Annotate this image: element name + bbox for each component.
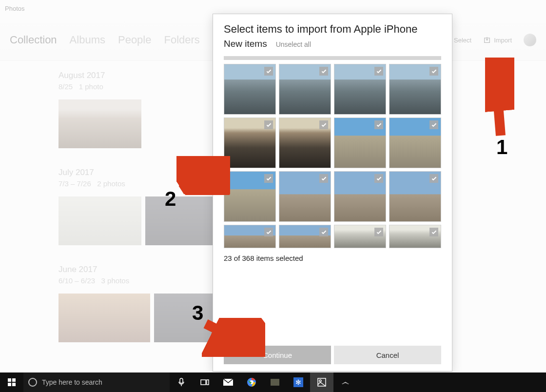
app-icon-1[interactable] <box>263 372 287 392</box>
import-thumb[interactable] <box>389 64 441 115</box>
import-thumb[interactable] <box>389 118 441 168</box>
checkbox-icon[interactable] <box>429 120 438 129</box>
import-thumb[interactable] <box>334 118 386 168</box>
taskbar: Type here to search ✻ ෴ <box>0 372 546 392</box>
mail-app[interactable] <box>216 372 240 392</box>
taskview-icon <box>200 379 209 386</box>
checkbox-icon[interactable] <box>264 120 273 129</box>
cancel-button[interactable]: Cancel <box>334 346 441 364</box>
app-icon-3[interactable]: ෴ <box>333 372 357 392</box>
annotation-arrow-1 <box>485 58 514 140</box>
annotation-number-1: 1 <box>496 136 507 159</box>
generic-icon <box>271 379 279 386</box>
svg-rect-8 <box>12 378 16 382</box>
import-thumb[interactable] <box>389 171 441 222</box>
import-thumb[interactable] <box>279 171 331 222</box>
mic-icon <box>178 378 185 387</box>
checkbox-icon[interactable] <box>429 228 438 236</box>
import-thumb[interactable] <box>224 118 276 168</box>
svg-rect-7 <box>8 378 11 382</box>
new-items-label: New items <box>224 39 267 49</box>
dialog-subheader: New items Unselect all <box>224 39 441 49</box>
annotation-number-3: 3 <box>192 301 203 325</box>
import-thumb[interactable] <box>224 64 276 115</box>
svg-rect-9 <box>8 383 11 386</box>
annotation-number-2: 2 <box>165 187 176 211</box>
checkbox-icon[interactable] <box>374 228 383 236</box>
checkbox-icon[interactable] <box>264 174 273 183</box>
svg-line-6 <box>206 324 258 350</box>
checkbox-icon[interactable] <box>319 174 328 183</box>
import-thumb[interactable] <box>389 225 441 248</box>
checkbox-icon[interactable] <box>264 228 273 236</box>
svg-rect-11 <box>180 378 183 383</box>
cortana-icon <box>28 378 37 387</box>
svg-rect-12 <box>201 380 206 385</box>
checkbox-icon[interactable] <box>374 120 383 129</box>
annotation-arrow-2 <box>176 156 230 195</box>
photos-icon <box>317 378 326 387</box>
svg-rect-10 <box>12 383 16 386</box>
checkbox-icon[interactable] <box>374 67 383 76</box>
taskbar-search[interactable]: Type here to search <box>23 372 170 392</box>
checkbox-icon[interactable] <box>429 174 438 183</box>
search-placeholder: Type here to search <box>42 378 102 386</box>
import-thumb[interactable] <box>334 64 386 115</box>
checkbox-icon[interactable] <box>264 67 273 76</box>
checkbox-icon[interactable] <box>319 228 328 236</box>
checkbox-icon[interactable] <box>374 174 383 183</box>
annotation-arrow-3 <box>202 318 265 357</box>
svg-rect-13 <box>207 380 209 385</box>
import-thumb[interactable] <box>334 171 386 222</box>
mail-icon <box>223 379 233 386</box>
checkbox-icon[interactable] <box>319 67 328 76</box>
chrome-icon <box>247 377 256 387</box>
dialog-title: Select items to import from Apple iPhone <box>224 23 441 36</box>
generic-icon: ෴ <box>342 378 349 387</box>
mic-button[interactable] <box>170 372 193 392</box>
import-thumb[interactable] <box>279 64 331 115</box>
app-icon-2[interactable]: ✻ <box>287 372 310 392</box>
selection-count: 23 of 368 items selected <box>224 254 441 262</box>
divider <box>224 56 441 60</box>
gear-icon: ✻ <box>293 377 303 387</box>
import-thumb[interactable] <box>279 225 331 248</box>
checkbox-icon[interactable] <box>319 120 328 129</box>
photos-taskbar-button[interactable] <box>310 372 333 392</box>
unselect-all-link[interactable]: Unselect all <box>276 40 311 48</box>
task-view-button[interactable] <box>193 372 216 392</box>
svg-point-17 <box>319 380 321 382</box>
import-thumb[interactable] <box>224 171 276 222</box>
import-thumb[interactable] <box>224 225 276 248</box>
import-grid <box>224 64 441 248</box>
import-thumb[interactable] <box>279 118 331 168</box>
import-thumb[interactable] <box>334 225 386 248</box>
svg-line-2 <box>495 62 501 136</box>
windows-icon <box>8 378 16 386</box>
checkbox-icon[interactable] <box>429 67 438 76</box>
start-button[interactable] <box>0 372 23 392</box>
chrome-app[interactable] <box>240 372 263 392</box>
svg-line-4 <box>181 163 223 190</box>
